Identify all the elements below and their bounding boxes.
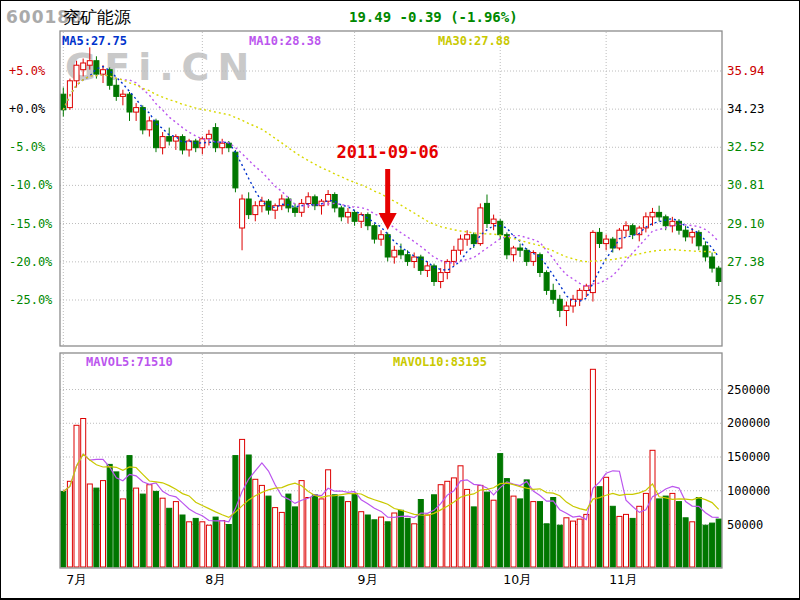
candlestick-chart[interactable]: +5.0%+0.0%-5.0%-10.0%-15.0%-20.0%-25.0%3… bbox=[1, 1, 800, 600]
svg-text:29.10: 29.10 bbox=[727, 216, 765, 231]
svg-text:30.81: 30.81 bbox=[727, 177, 765, 192]
svg-text:10月: 10月 bbox=[503, 572, 531, 587]
ma10-label: MA10:28.38 bbox=[249, 34, 321, 48]
svg-text:27.38: 27.38 bbox=[727, 254, 765, 269]
volume-axis: 25000020000015000010000050000 bbox=[727, 383, 770, 532]
svg-text:11月: 11月 bbox=[609, 572, 637, 587]
volume-pane-grid bbox=[60, 354, 722, 567]
percent-axis: +5.0%+0.0%-5.0%-10.0%-15.0%-20.0%-25.0% bbox=[9, 64, 53, 307]
svg-text:-10.0%: -10.0% bbox=[9, 178, 53, 192]
svg-text:7月: 7月 bbox=[66, 572, 86, 587]
volume-bars bbox=[61, 369, 721, 567]
svg-text:34.23: 34.23 bbox=[727, 101, 765, 116]
svg-text:100000: 100000 bbox=[727, 484, 770, 498]
svg-text:-15.0%: -15.0% bbox=[9, 217, 53, 231]
price-axis: 35.9434.2332.5230.8129.1027.3825.67 bbox=[727, 63, 765, 307]
stock-chart-window: 600188 兖矿能源 19.49 -0.39 (-1.96%) GFi.CN … bbox=[0, 0, 800, 600]
annotation-arrow bbox=[379, 169, 397, 230]
price-pane-grid bbox=[60, 32, 722, 345]
mavol10-label: MAVOL10:83195 bbox=[393, 355, 487, 369]
svg-text:-20.0%: -20.0% bbox=[9, 255, 53, 269]
svg-text:200000: 200000 bbox=[727, 416, 770, 430]
ma5-label: MA5:27.75 bbox=[62, 34, 127, 48]
svg-text:32.52: 32.52 bbox=[727, 139, 765, 154]
svg-text:+0.0%: +0.0% bbox=[9, 102, 46, 116]
svg-text:+5.0%: +5.0% bbox=[9, 64, 46, 78]
annotation-date-label: 2011-09-06 bbox=[333, 142, 443, 162]
svg-text:25.67: 25.67 bbox=[727, 292, 765, 307]
svg-text:35.94: 35.94 bbox=[727, 63, 765, 78]
ma30-label: MA30:27.88 bbox=[438, 34, 510, 48]
svg-text:150000: 150000 bbox=[727, 450, 770, 464]
svg-text:9月: 9月 bbox=[358, 572, 378, 587]
svg-text:250000: 250000 bbox=[727, 383, 770, 397]
svg-text:-25.0%: -25.0% bbox=[9, 293, 53, 307]
month-axis: 7月8月9月10月11月 bbox=[66, 572, 637, 587]
svg-text:-5.0%: -5.0% bbox=[9, 140, 46, 154]
mavol5-label: MAVOL5:71510 bbox=[86, 355, 173, 369]
svg-text:8月: 8月 bbox=[205, 572, 225, 587]
candles bbox=[61, 47, 721, 326]
price-ma-lines bbox=[63, 67, 718, 302]
svg-text:50000: 50000 bbox=[727, 518, 763, 532]
